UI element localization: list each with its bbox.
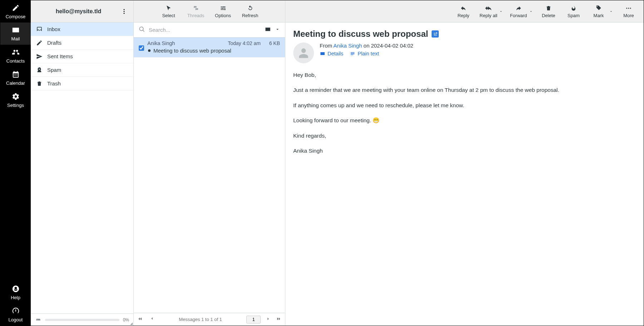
spam-button[interactable]: Spam bbox=[564, 5, 583, 18]
nav-calendar[interactable]: Calendar bbox=[0, 67, 31, 89]
message-size: 6 KB bbox=[264, 40, 280, 46]
folder-inbox[interactable]: Inbox bbox=[31, 23, 133, 36]
nav-settings-label: Settings bbox=[7, 103, 24, 108]
tag-icon bbox=[595, 5, 602, 12]
delete-button[interactable]: Delete bbox=[539, 5, 558, 18]
forward-icon bbox=[515, 5, 522, 12]
preview-subject-row: Meeting to discuss web proposal bbox=[293, 29, 636, 39]
forward-button[interactable]: Forward bbox=[509, 5, 528, 18]
inbox-icon bbox=[36, 26, 43, 33]
nav-compose[interactable]: Compose bbox=[0, 0, 31, 23]
refresh-button[interactable]: Refresh bbox=[241, 5, 260, 18]
resize-handle[interactable] bbox=[130, 322, 133, 325]
message-checkbox-wrap bbox=[139, 45, 147, 52]
compose-icon bbox=[12, 4, 20, 12]
threads-icon bbox=[192, 5, 200, 12]
dots-icon bbox=[625, 5, 632, 12]
nav-mail[interactable]: Mail bbox=[0, 23, 31, 45]
from-line: From Anika Singh on 2024-04-02 04:02 bbox=[320, 43, 413, 49]
first-page-icon[interactable] bbox=[137, 316, 143, 323]
threads-button[interactable]: Threads bbox=[187, 5, 205, 18]
envelope-icon[interactable] bbox=[264, 26, 271, 33]
preview-subject: Meeting to discuss web proposal bbox=[293, 29, 428, 39]
select-button[interactable]: Select bbox=[159, 5, 178, 18]
folder-sent[interactable]: Sent Items bbox=[31, 50, 133, 63]
svg-point-5 bbox=[224, 9, 225, 10]
folder-trash[interactable]: Trash bbox=[31, 77, 133, 90]
mail-body: Hey Bob, Just a reminder that we are mee… bbox=[293, 71, 636, 155]
pager-summary: Messages 1 to 1 of 1 bbox=[179, 317, 222, 322]
nav-help-label: Help bbox=[11, 295, 20, 300]
fire-icon bbox=[570, 5, 577, 12]
message-row[interactable]: Anika Singh Today 4:02 am 6 KB Meeting t… bbox=[134, 38, 285, 58]
drafts-icon bbox=[36, 40, 43, 46]
plain-text-link[interactable]: Plain text bbox=[350, 51, 379, 56]
reply-all-caret-icon[interactable] bbox=[499, 8, 503, 14]
list-footer: Messages 1 to 1 of 1 bbox=[134, 313, 285, 326]
body-p4: Looking forward to our meeting. 😁 bbox=[293, 117, 636, 124]
preview-date: 2024-04-02 04:02 bbox=[371, 43, 413, 49]
options-button[interactable]: Options bbox=[214, 5, 232, 18]
folder-spam[interactable]: Spam bbox=[31, 63, 133, 77]
avatar bbox=[293, 43, 314, 63]
svg-point-1 bbox=[124, 11, 125, 12]
message-subject: Meeting to discuss web proposal bbox=[153, 48, 231, 54]
svg-point-7 bbox=[628, 8, 629, 9]
nav-contacts[interactable]: Contacts bbox=[0, 45, 31, 67]
delete-icon bbox=[545, 5, 552, 12]
forward-caret-icon[interactable] bbox=[529, 8, 533, 14]
search-row bbox=[134, 23, 285, 38]
sent-icon bbox=[36, 53, 43, 60]
from-link[interactable]: Anika Singh bbox=[333, 43, 362, 49]
message-checkbox[interactable] bbox=[139, 45, 144, 51]
folder-inbox-label: Inbox bbox=[47, 26, 60, 32]
reply-button[interactable]: Reply bbox=[454, 5, 473, 18]
more-button[interactable]: More bbox=[619, 5, 638, 18]
folder-header: hello@mysite.tld bbox=[31, 0, 133, 23]
folder-sent-label: Sent Items bbox=[47, 53, 73, 59]
folder-menu-icon[interactable] bbox=[121, 8, 128, 15]
folder-drafts-label: Drafts bbox=[47, 40, 62, 46]
search-options-caret-icon[interactable] bbox=[275, 27, 280, 33]
refresh-icon bbox=[247, 5, 254, 12]
message-date: Today 4:02 am bbox=[228, 40, 261, 46]
cursor-icon bbox=[166, 5, 172, 12]
account-email: hello@mysite.tld bbox=[36, 8, 121, 15]
details-link[interactable]: Details bbox=[320, 51, 343, 56]
message-list-pane: Anika Singh Today 4:02 am 6 KB Meeting t… bbox=[134, 23, 285, 326]
page-input[interactable] bbox=[246, 316, 261, 323]
prev-page-icon[interactable] bbox=[149, 316, 154, 323]
nav-settings[interactable]: Settings bbox=[0, 89, 31, 111]
quota-bar bbox=[45, 319, 119, 321]
mark-caret-icon[interactable] bbox=[609, 8, 613, 14]
folder-drafts[interactable]: Drafts bbox=[31, 36, 133, 50]
sliders-icon bbox=[220, 5, 226, 12]
body-p2: Just a reminder that we are meeting with… bbox=[293, 86, 636, 94]
svg-point-6 bbox=[626, 8, 627, 9]
mark-button[interactable]: Mark bbox=[589, 5, 608, 18]
search-input[interactable] bbox=[149, 27, 261, 33]
logout-icon bbox=[12, 307, 20, 315]
help-icon bbox=[12, 285, 20, 293]
contacts-icon bbox=[12, 48, 20, 56]
nav-help[interactable]: Help bbox=[0, 281, 31, 303]
disk-icon bbox=[35, 317, 41, 323]
nav-logout[interactable]: Logout bbox=[0, 303, 31, 326]
svg-point-4 bbox=[222, 8, 223, 9]
quota-percent: 0% bbox=[123, 317, 129, 322]
open-window-icon[interactable] bbox=[432, 30, 439, 38]
spam-icon bbox=[36, 67, 43, 73]
svg-point-0 bbox=[124, 9, 125, 10]
preview-pane: Meeting to discuss web proposal From Ani… bbox=[285, 23, 644, 326]
nav-contacts-label: Contacts bbox=[6, 58, 25, 64]
reply-all-button[interactable]: Reply all bbox=[479, 5, 498, 18]
trash-icon bbox=[36, 80, 43, 87]
last-page-icon[interactable] bbox=[276, 316, 281, 323]
folder-pane: hello@mysite.tld Inbox Drafts bbox=[31, 0, 134, 326]
message-from: Anika Singh bbox=[147, 40, 224, 46]
next-page-icon[interactable] bbox=[266, 316, 271, 322]
body-p6: Anika Singh bbox=[293, 147, 636, 155]
nav-calendar-label: Calendar bbox=[6, 80, 25, 86]
reply-all-icon bbox=[485, 5, 492, 12]
body-p1: Hey Bob, bbox=[293, 71, 636, 79]
